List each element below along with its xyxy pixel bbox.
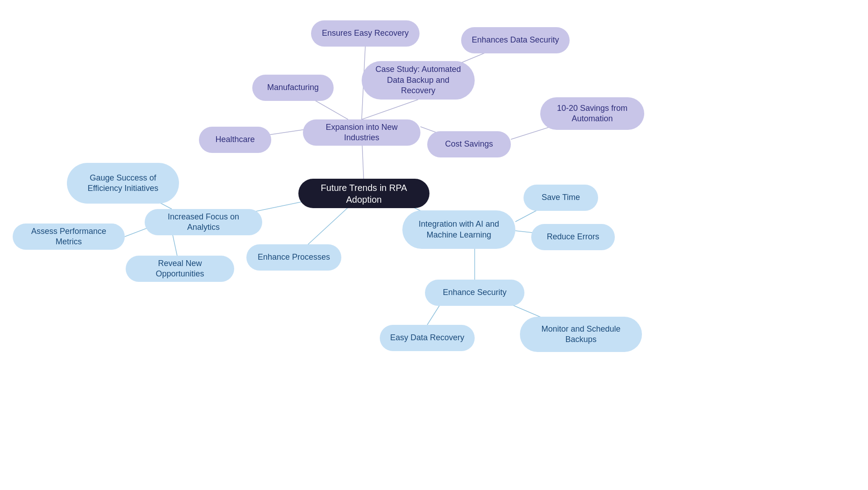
node-integration-ai: Integration with AI and Machine Learning bbox=[402, 210, 515, 249]
node-enhance-processes: Enhance Processes bbox=[246, 244, 341, 271]
node-healthcare: Healthcare bbox=[199, 127, 271, 153]
node-case-study: Case Study: Automated Data Backup and Re… bbox=[362, 61, 475, 100]
node-monitor-backups: Monitor and Schedule Backups bbox=[520, 317, 642, 352]
node-reduce-errors: Reduce Errors bbox=[531, 224, 615, 250]
node-save-time: Save Time bbox=[524, 185, 598, 211]
node-assess-performance: Assess Performance Metrics bbox=[13, 224, 125, 250]
svg-line-2 bbox=[362, 100, 418, 119]
node-savings-automation: 10-20 Savings from Automation bbox=[540, 97, 644, 130]
node-reveal-opportunities: Reveal New Opportunities bbox=[126, 256, 234, 282]
node-gauge-success: Gauge Success of Efficiency Initiatives bbox=[67, 163, 179, 204]
node-manufacturing: Manufacturing bbox=[252, 75, 334, 101]
node-increased-analytics: Increased Focus on Analytics bbox=[145, 209, 262, 235]
node-enhance-security: Enhance Security bbox=[425, 280, 524, 306]
node-expansion: Expansion into New Industries bbox=[303, 119, 420, 146]
node-ensures-easy-recovery: Ensures Easy Recovery bbox=[311, 20, 420, 47]
node-easy-data-recovery: Easy Data Recovery bbox=[380, 325, 475, 351]
node-enhances-data-security: Enhances Data Security bbox=[461, 27, 570, 53]
center-node: Future Trends in RPA Adoption bbox=[298, 179, 429, 208]
node-cost-savings: Cost Savings bbox=[427, 131, 511, 157]
